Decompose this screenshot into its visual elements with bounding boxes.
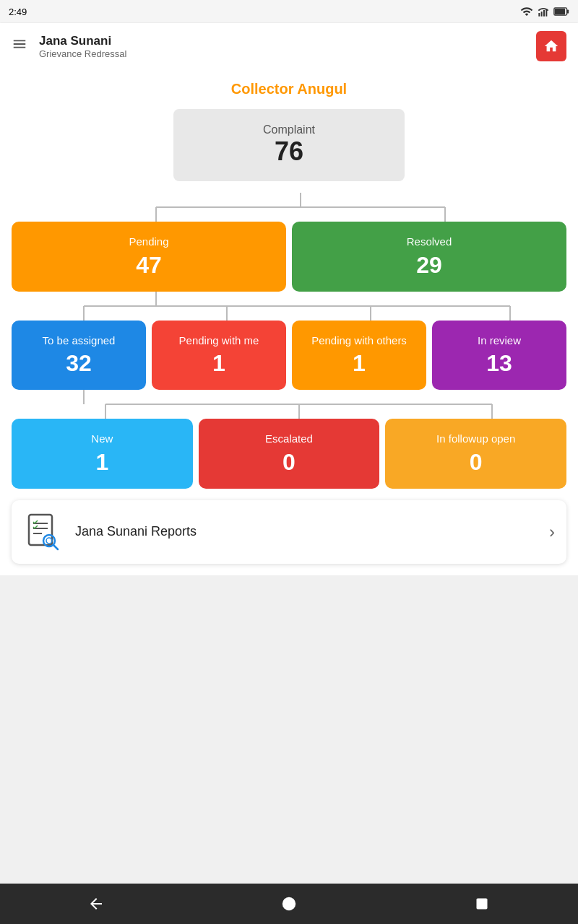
svg-point-29	[282, 897, 296, 910]
pending-with-others-card[interactable]: Pending with others 1	[292, 321, 426, 391]
status-time: 2:49	[9, 6, 27, 17]
svg-rect-22	[29, 515, 52, 545]
resolved-label: Resolved	[299, 235, 559, 249]
pending-card[interactable]: Pending 47	[12, 222, 286, 292]
to-be-assigned-card[interactable]: To be assigned 32	[12, 321, 146, 391]
reports-card[interactable]: Jana Sunani Reports ›	[12, 500, 566, 564]
level1-row: Pending 47 Resolved 29	[12, 222, 566, 292]
svg-line-28	[53, 545, 58, 549]
menu-button[interactable]	[12, 36, 27, 56]
to-be-assigned-label: To be assigned	[19, 334, 139, 348]
to-be-assigned-number: 32	[19, 350, 139, 377]
escalated-number: 0	[206, 449, 373, 476]
wifi-icon	[520, 5, 533, 18]
svg-rect-3	[545, 9, 547, 17]
pending-with-me-card[interactable]: Pending with me 1	[152, 321, 286, 391]
svg-rect-1	[541, 12, 543, 17]
new-number: 1	[19, 449, 186, 476]
complaint-label: Complaint	[188, 123, 390, 136]
in-review-label: In review	[439, 334, 559, 348]
in-followup-open-card[interactable]: In followup open 0	[385, 419, 566, 489]
pending-with-others-number: 1	[299, 350, 419, 377]
new-card[interactable]: New 1	[12, 419, 193, 489]
home-nav-button[interactable]	[275, 889, 303, 918]
signal-icon	[538, 6, 549, 17]
new-label: New	[19, 432, 186, 446]
recent-nav-button[interactable]	[467, 889, 496, 918]
app-subtitle: Grievance Redressal	[39, 48, 525, 59]
pending-number: 47	[19, 252, 279, 279]
svg-rect-30	[476, 899, 487, 910]
level3-row: New 1 Escalated 0 In followup open 0	[12, 419, 566, 489]
svg-rect-5	[567, 9, 569, 13]
connector-level2	[12, 292, 566, 321]
reports-chevron-icon: ›	[549, 522, 555, 542]
app-bar: Jana Sunani Grievance Redressal	[0, 23, 578, 69]
complaint-number: 76	[188, 136, 390, 167]
escalated-label: Escalated	[206, 432, 373, 446]
in-followup-open-number: 0	[392, 449, 559, 476]
main-content: Collector Anugul Complaint 76 Pending 47	[0, 69, 578, 575]
svg-rect-0	[538, 13, 540, 17]
reports-label: Jana Sunani Reports	[75, 524, 538, 539]
collector-title: Collector Anugul	[12, 81, 566, 97]
pending-with-me-number: 1	[159, 350, 279, 377]
resolved-number: 29	[299, 252, 559, 279]
complaint-card[interactable]: Complaint 76	[173, 109, 405, 181]
bottom-nav	[0, 884, 578, 924]
user-name: Jana Sunani	[39, 34, 525, 48]
pending-label: Pending	[19, 235, 279, 249]
in-review-card[interactable]: In review 13	[432, 321, 566, 391]
battery-icon	[553, 6, 569, 17]
level2-row: To be assigned 32 Pending with me 1 Pend…	[12, 321, 566, 391]
status-bar: 2:49	[0, 0, 578, 23]
back-nav-button[interactable]	[82, 889, 111, 918]
pending-with-others-label: Pending with others	[299, 334, 419, 348]
in-review-number: 13	[439, 350, 559, 377]
svg-rect-2	[543, 10, 545, 17]
resolved-card[interactable]: Resolved 29	[292, 222, 566, 292]
app-bar-title: Jana Sunani Grievance Redressal	[39, 34, 525, 59]
in-followup-open-label: In followup open	[392, 432, 559, 446]
connector-level3	[12, 390, 566, 419]
svg-rect-6	[555, 9, 565, 14]
connector-top	[12, 193, 566, 222]
escalated-card[interactable]: Escalated 0	[199, 419, 380, 489]
pending-with-me-label: Pending with me	[159, 334, 279, 348]
home-button[interactable]	[536, 31, 566, 61]
reports-icon	[23, 512, 64, 552]
